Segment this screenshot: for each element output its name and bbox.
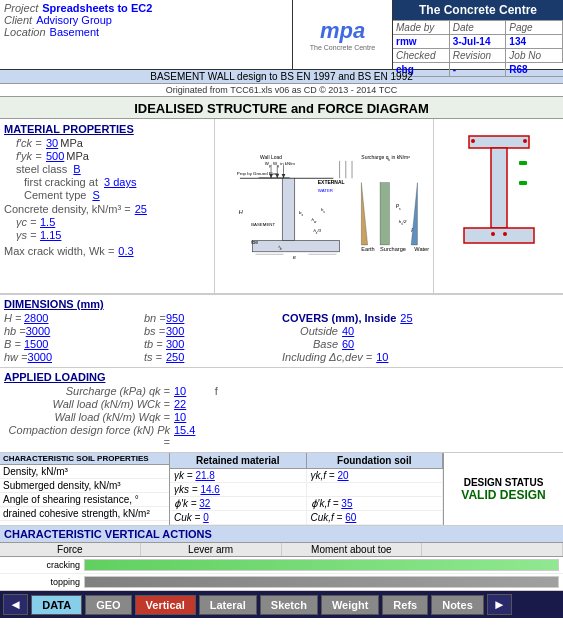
svg-text:B: B	[293, 255, 296, 260]
structure-diagram: Wall Load Wp, Wq in kN/m Surcharge qk in…	[215, 119, 433, 293]
section-diagram	[449, 126, 549, 286]
cracking-label: first cracking at	[24, 176, 98, 188]
gamma-c-value: 1.5	[40, 216, 55, 228]
wall-ck-label: Wall load (kN/m) WCk =	[4, 398, 174, 410]
svg-text:EXTERNAL: EXTERNAL	[318, 179, 345, 185]
svg-text:Surcharge: Surcharge	[380, 246, 406, 252]
mpa-text: mpa	[310, 18, 375, 44]
gamma-s-label: γs =	[16, 229, 38, 241]
surcharge-value: 10	[174, 385, 186, 397]
svg-text:hw: hw	[312, 217, 317, 224]
svg-text:hs: hs	[321, 207, 325, 214]
svg-text:Ps: Ps	[396, 203, 401, 211]
made-by-label: Made by	[393, 21, 450, 35]
svg-rect-41	[491, 148, 507, 228]
nav-vertical-button[interactable]: Vertical	[135, 595, 196, 615]
date-value: 3-Jul-14	[450, 35, 507, 49]
page-label: Page	[506, 21, 563, 35]
cuk-value: 0	[203, 512, 209, 523]
vert-col4	[422, 543, 563, 556]
revision-label: Revision	[450, 49, 507, 63]
hb-value: 3000	[26, 325, 50, 337]
svg-text:toe: toe	[251, 239, 258, 245]
svg-text:bs: bs	[299, 210, 303, 217]
nav-geo-button[interactable]: GEO	[85, 595, 131, 615]
svg-rect-42	[464, 228, 534, 243]
nav-right-arrow[interactable]: ►	[487, 594, 512, 615]
density-value: 25	[135, 203, 147, 215]
svg-marker-30	[411, 183, 417, 245]
phi-value: 32	[199, 498, 210, 509]
tb-label: tb =	[144, 338, 166, 350]
svg-point-43	[471, 139, 475, 143]
hw-value: 3000	[28, 351, 52, 363]
bs-value: 300	[166, 325, 184, 337]
phi-f-label: ϕ′k,f =	[311, 498, 339, 509]
svg-marker-28	[361, 183, 367, 245]
soil-row-angle: ϕ′k = 32 ϕ′k,f = 35	[170, 497, 443, 511]
svg-text:hs/2: hs/2	[399, 219, 407, 226]
vert-col3: Moment about toe	[282, 543, 423, 556]
covers-outside-label: Outside	[282, 325, 342, 337]
jobno-value: R68	[506, 63, 563, 77]
svg-rect-47	[519, 161, 527, 165]
project-value: Spreadsheets to EC2	[42, 2, 152, 14]
client-label: Client	[4, 14, 32, 26]
cement-value: S	[92, 189, 99, 201]
nav-left-arrow[interactable]: ◄	[3, 594, 28, 615]
svg-text:Water: Water	[414, 246, 429, 252]
yks-label: γks =	[174, 484, 198, 495]
dimensions-title: DIMENSIONS (mm)	[4, 298, 144, 310]
nav-sketch-button[interactable]: Sketch	[260, 595, 318, 615]
yk-label: γk =	[174, 470, 193, 481]
covers-dev-value: 10	[376, 351, 388, 363]
topping-bar	[84, 576, 559, 588]
svg-text:hs/3: hs/3	[313, 228, 321, 235]
soil-row-subdensity: γks = 14.6	[170, 483, 443, 497]
made-by-value: rmw	[393, 35, 450, 49]
tb-value: 300	[166, 338, 184, 350]
vert-actions-headers: Force Lever arm Moment about toe	[0, 543, 563, 557]
covers-outside-value: 40	[342, 325, 354, 337]
svg-rect-40	[469, 136, 529, 148]
project-label: Project	[4, 2, 38, 14]
gamma-c-label: γc =	[16, 216, 38, 228]
hb-label: hb =	[4, 325, 26, 337]
density-label: Concrete density, kN/m³ =	[4, 203, 131, 215]
jobno-label: Job No	[506, 49, 563, 63]
fck-unit: MPa	[60, 137, 83, 149]
cracking-value: 3 days	[104, 176, 136, 188]
topping-label: topping	[4, 577, 84, 587]
svg-text:Wp, Wq in kN/m: Wp, Wq in kN/m	[265, 161, 295, 168]
covers-label: COVERS (mm), Inside	[282, 312, 396, 324]
checked-label: Checked	[393, 49, 450, 63]
retained-header: Retained material	[170, 453, 307, 468]
bottom-navigation: ◄ DATA GEO Vertical Lateral Sketch Weigh…	[0, 591, 563, 618]
wall-qk-value: 10	[174, 411, 186, 423]
gamma-s-value: 1.15	[40, 229, 61, 241]
cukf-value: 60	[345, 512, 356, 523]
H-label: H =	[4, 312, 24, 324]
fyk-f-label: γk,f =	[311, 470, 335, 481]
svg-rect-29	[380, 183, 389, 245]
soil-cohesion-label: drained cohesive strength, kN/m²	[0, 507, 169, 521]
nav-weight-button[interactable]: Weight	[321, 595, 379, 615]
soil-header: Retained material Foundation soil	[170, 453, 443, 469]
svg-point-45	[491, 232, 495, 236]
ts-label: ts =	[144, 351, 166, 363]
nav-notes-button[interactable]: Notes	[431, 595, 484, 615]
svg-text:WATER: WATER	[318, 188, 333, 193]
vert-col2: Lever arm	[141, 543, 282, 556]
nav-lateral-button[interactable]: Lateral	[199, 595, 257, 615]
soil-labels-table: Density, kN/m³ Submerged density, kN/m³ …	[0, 465, 169, 521]
H-value: 2800	[24, 312, 48, 324]
B-label: B =	[4, 338, 24, 350]
fyk-unit: MPa	[66, 150, 89, 162]
nav-data-button[interactable]: DATA	[31, 595, 82, 615]
brand-title: The Concrete Centre	[393, 0, 563, 20]
svg-point-46	[503, 232, 507, 236]
vert-actions-title: CHARACTERISTIC VERTICAL ACTIONS	[0, 526, 563, 543]
subheader-line2: Originated from TCC61.xls v06 as CD © 20…	[0, 84, 563, 97]
soil-title: CHARACTERISTIC SOIL PROPERTIES	[0, 453, 169, 465]
nav-refs-button[interactable]: Refs	[382, 595, 428, 615]
